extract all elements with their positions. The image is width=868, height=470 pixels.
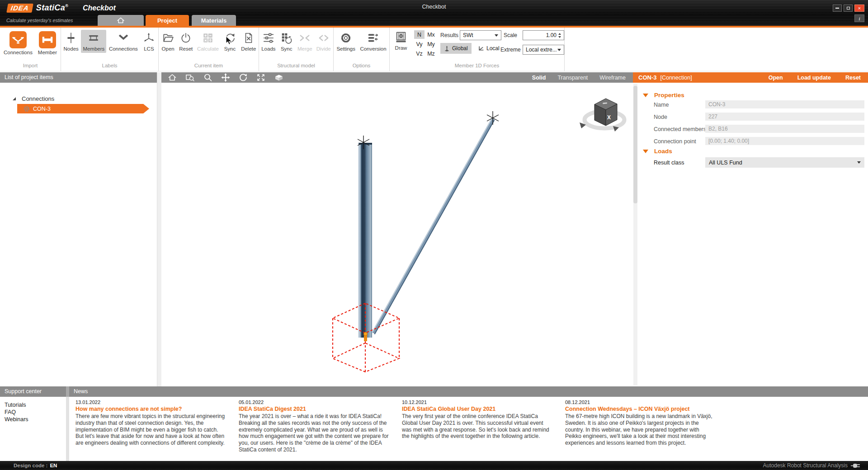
connections-toggle-button[interactable]: Connections — [107, 30, 140, 53]
project-items-tree: Connections CON-3 — [0, 83, 157, 386]
right-panel-scrollbar[interactable] — [633, 84, 637, 385]
solid-box-icon[interactable] — [274, 74, 284, 82]
news-title-link[interactable]: How many connections are not simple? — [75, 406, 227, 412]
mode-transparent[interactable]: Transparent — [557, 75, 588, 81]
results-value: SWt — [463, 32, 495, 38]
open-connection-button[interactable]: Open — [769, 75, 783, 81]
connection-point-field[interactable]: [0.00; 1.40; 0.00] — [705, 137, 864, 145]
pan-icon[interactable] — [221, 73, 230, 82]
news-title-link[interactable]: IDEA StatiCa Digest 2021 — [239, 406, 390, 412]
node-field[interactable]: 227 — [705, 113, 864, 121]
rotate-icon[interactable] — [239, 73, 248, 82]
connection-type: [Connection] — [660, 75, 692, 81]
news-title-link[interactable]: Connection Wednesdays – ICON Växjö proje… — [565, 406, 717, 412]
design-code-label: Design code : — [14, 463, 47, 468]
maximize-button[interactable] — [844, 5, 853, 12]
view-home-icon[interactable] — [168, 73, 177, 82]
scale-input[interactable]: 1.00 — [523, 30, 564, 40]
connection-title: CON-3 — [638, 74, 656, 81]
mode-wireframe[interactable]: Wireframe — [599, 75, 626, 81]
results-dropdown[interactable]: SWt — [460, 30, 501, 40]
extreme-label: Extreme — [500, 47, 521, 53]
minimize-button[interactable] — [833, 5, 842, 12]
view-cube[interactable]: X — [580, 99, 624, 132]
webinars-link[interactable]: Webinars — [5, 416, 66, 423]
result-class-dropdown[interactable]: All ULS Fund — [705, 157, 864, 168]
draw-button[interactable]: Draw — [392, 29, 410, 52]
scrollbar-thumb[interactable] — [633, 86, 637, 203]
merge-button[interactable]: Merge — [296, 30, 314, 53]
calculate-button[interactable]: Calculate — [195, 30, 221, 53]
sync-structural-button[interactable]: Sync — [278, 30, 295, 53]
scale-spinner[interactable] — [558, 33, 561, 38]
open-button[interactable]: Open — [160, 30, 177, 53]
news-title-link[interactable]: IDEA StatiCa Global User Day 2021 — [402, 406, 553, 412]
zoom-fit-icon[interactable] — [256, 73, 265, 82]
connected-members-label: Connected members — [654, 126, 706, 132]
news-date: 05.01.2022 — [239, 400, 390, 405]
tab-project[interactable]: Project — [146, 15, 189, 26]
merge-icon — [298, 31, 311, 45]
force-toggle-mz[interactable]: Mz — [426, 49, 436, 58]
news-date: 08.12.2021 — [565, 400, 717, 405]
loads-sliders-icon — [262, 31, 275, 45]
local-toggle[interactable]: Local — [475, 43, 503, 54]
info-button[interactable]: i — [854, 14, 864, 22]
group-label-structural-model: Structural model — [259, 63, 333, 71]
spin-up-icon — [558, 33, 561, 35]
news-item: 08.12.2021 Connection Wednesdays – ICON … — [565, 400, 717, 453]
force-toggle-vz[interactable]: Vz — [414, 49, 425, 58]
tree-item-con-3[interactable]: CON-3 — [17, 104, 149, 113]
force-toggle-vy[interactable]: Vy — [414, 40, 425, 48]
ribbon-group-labels: Nodes Members Connections LCS — [61, 28, 159, 71]
news-item: 05.01.2022 IDEA StatiCa Digest 2021 The … — [239, 400, 390, 453]
tutorials-link[interactable]: Tutorials — [5, 402, 66, 409]
global-toggle[interactable]: Global — [440, 43, 472, 54]
loads-button[interactable]: Loads — [259, 30, 277, 53]
collapse-icon — [643, 150, 648, 153]
faq-link[interactable]: FAQ — [5, 409, 66, 416]
reset-button[interactable]: Reset — [177, 30, 194, 53]
close-button[interactable]: × — [854, 5, 864, 12]
force-toggle-n[interactable]: N — [414, 30, 425, 39]
delete-button[interactable]: Delete — [239, 30, 258, 53]
connection-point-label: Connection point — [654, 138, 696, 145]
tab-home[interactable] — [98, 15, 144, 26]
render-mode-switch: Solid Transparent Wireframe — [532, 75, 626, 81]
global-axes-icon — [444, 46, 450, 52]
mode-solid[interactable]: Solid — [532, 75, 546, 81]
tree-node-connections[interactable]: Connections — [13, 95, 54, 102]
import-connections-button[interactable]: Connections — [2, 30, 34, 56]
settings-button[interactable]: Settings — [335, 30, 357, 53]
loads-section-header[interactable]: Loads — [643, 148, 672, 155]
bottom-panel-divider — [66, 397, 69, 461]
tree-item-label: CON-3 — [33, 106, 51, 112]
name-field[interactable]: CON-3 — [705, 100, 864, 108]
connection-point-marker[interactable] — [364, 332, 368, 341]
tree-expander-icon[interactable] — [13, 97, 16, 100]
brace-member-b16[interactable] — [373, 118, 494, 334]
tab-materials[interactable]: Materials — [192, 15, 236, 26]
news-feed: 13.01.2022 How many connections are not … — [75, 400, 862, 453]
force-toggle-mx[interactable]: Mx — [426, 30, 436, 39]
news-date: 13.01.2022 — [75, 400, 227, 405]
lcs-toggle-button[interactable]: LCS — [140, 30, 157, 53]
result-class-label: Result class — [654, 160, 684, 166]
integration-name: Autodesk Robot Structural Analysis — [763, 462, 848, 469]
left-panel-scrollbar[interactable] — [157, 72, 161, 386]
reset-connection-button[interactable]: Reset — [845, 75, 861, 81]
zoom-icon[interactable] — [203, 73, 212, 82]
connected-members-field[interactable]: B2, B16 — [705, 125, 864, 133]
nodes-toggle-button[interactable]: Nodes — [62, 30, 80, 53]
force-toggle-my[interactable]: My — [426, 40, 436, 48]
viewport-3d-canvas[interactable]: X — [161, 83, 633, 386]
divide-button[interactable]: Divide — [315, 30, 333, 53]
conversion-button[interactable]: Conversion — [358, 30, 388, 53]
members-toggle-button[interactable]: Members — [81, 30, 106, 53]
zoom-window-icon[interactable] — [185, 73, 195, 82]
import-member-button[interactable]: Member — [36, 30, 59, 56]
extreme-dropdown[interactable]: Local extre... — [523, 45, 564, 55]
scale-value: 1.00 — [526, 32, 557, 38]
properties-section-header[interactable]: Properties — [643, 92, 684, 99]
load-update-button[interactable]: Load update — [797, 75, 831, 81]
